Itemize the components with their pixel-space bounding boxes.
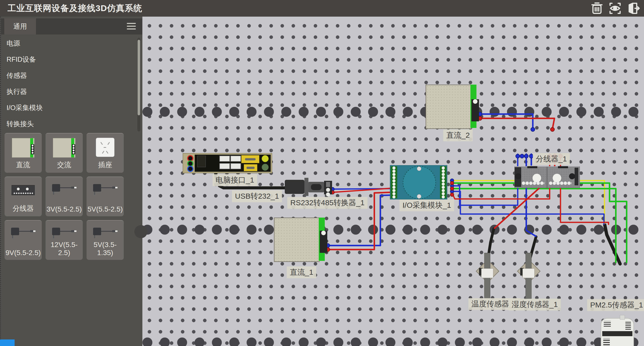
device-label: 湿度传感器_1 [509,299,561,310]
splitter-end-bar [575,168,578,185]
screw [417,194,421,199]
sidebar-item-rfid[interactable]: RFID设备 [1,51,142,67]
title-bar: 工业互联网设备及接线3D仿真系统 [0,0,644,17]
palette-item-splitter[interactable]: 分线器 [5,177,42,216]
adapter-thumbnail [93,228,117,239]
trash-icon [590,2,603,15]
palette-item-5v-small[interactable]: 5V(3.5-1.35) [87,220,124,260]
audio-jack-blue [187,166,193,172]
palette-item-dc[interactable]: 直流 [5,133,42,173]
exit-button[interactable] [626,1,640,16]
sidebar-item-actuators[interactable]: 执行器 [1,84,142,100]
pm25-vents [603,338,610,346]
device-io-module[interactable] [390,165,447,199]
sidebar-item-adapters[interactable]: 转换接头 [1,116,142,132]
palette-item-ac[interactable]: 交流 [46,133,83,173]
device-label: RS232转485转换器_1 [287,197,368,209]
preview-button[interactable] [608,1,622,16]
rs485-terminal [324,181,332,194]
lan-port [197,156,206,167]
device-dc1[interactable] [274,218,328,261]
io-terminal-strip-right [440,166,447,198]
adapter-thumbnail [52,228,76,239]
sidebar-item-sensors[interactable]: 传感器 [1,67,142,84]
pm25-band [602,331,632,336]
pegboard-hole-row [141,224,644,236]
sensor-collar [481,268,493,278]
toolbar [590,1,640,16]
sidebar-item-power[interactable]: 电源 [1,35,142,51]
serial-port [244,164,257,171]
db9-flange [304,178,308,196]
sensor-collar [522,268,535,278]
palette-item-3v[interactable]: 3V(5.5-2.5) [46,177,83,216]
ps2-port-green [262,164,269,171]
delete-button[interactable] [590,1,604,16]
psu-body [274,218,320,262]
splitter-hole [515,173,521,179]
pm25-vents [604,321,611,327]
pm25-cable-nub [620,315,625,320]
splitter-thumbnail [12,185,35,195]
psu-terminal-block [471,99,479,121]
db9-connector [308,182,324,192]
sidebar-collapse-handle[interactable] [134,225,147,238]
ps2-port-yellow [262,155,269,162]
screw [417,166,421,171]
psu-terminal-block [320,231,327,253]
eye-scan-icon [609,2,622,15]
device-splitter[interactable] [514,166,580,188]
menu-scrollbar[interactable] [137,38,140,131]
usb-port [219,163,230,169]
pegboard-hole-row [141,106,644,118]
component-palette: 直流 交流 插座 分线器 3V(5.5-2.5) 5V(5.5-2.5 [5,133,139,260]
bottom-left-indicator [0,339,15,346]
splitter-notch [558,166,568,168]
sidebar-item-io-modules[interactable]: I/O采集模块 [1,100,142,116]
splitter-terminals-left [522,181,544,185]
component-sidebar: 通用 电源 RFID设备 传感器 执行器 I/O采集模块 转换接头 直流 交流 … [0,17,142,346]
psu-body [426,85,471,129]
device-label: USB转232_1 [232,190,282,202]
category-menu: 电源 RFID设备 传感器 执行器 I/O采集模块 转换接头 [1,35,142,132]
io-terminal-strip-left [391,166,397,198]
sidebar-tab-strip: 通用 [1,18,142,34]
adapter-thumbnail [93,184,117,195]
device-label: 直流_2 [443,129,473,141]
usb-port [230,163,241,169]
usb232-housing [285,180,304,194]
palette-item-12v[interactable]: 12V(5.5-2.5) [46,220,83,260]
dc-power-thumbnail [12,138,34,158]
usb-port [230,156,241,162]
device-label: 分线器_1 [533,153,570,165]
menu-icon[interactable] [127,23,136,30]
app-title: 工业互联网设备及接线3D仿真系统 [8,3,142,14]
usb-port [219,156,230,162]
device-pm25-sensor[interactable] [601,318,634,346]
splitter-terminals-right [549,181,572,185]
ac-power-thumbnail [53,138,75,158]
socket-thumbnail [96,138,114,157]
device-temp-sensor[interactable] [477,253,497,299]
device-usb232-rs485[interactable] [285,178,333,196]
palette-item-5v[interactable]: 5V(5.5-2.5) [87,177,124,216]
audio-jacks [185,155,194,171]
exit-door-icon [627,2,640,15]
palette-item-socket[interactable]: 插座 [87,133,124,173]
pegboard-hole-row [141,336,644,346]
adapter-thumbnail [11,228,35,239]
device-humidity-sensor[interactable] [518,253,538,299]
tab-general[interactable]: 通用 [4,18,36,34]
palette-item-9v[interactable]: 9V(5.5-2.5) [5,220,42,260]
device-dc2[interactable] [426,85,479,128]
device-label: I/O采集模块_1 [399,199,454,211]
device-label: PM2.5传感器_1 [587,299,644,311]
adapter-thumbnail [52,184,76,195]
device-pc-interface[interactable] [183,153,272,173]
device-label: 直流_1 [287,266,316,278]
pm25-vents [625,321,631,330]
splitter-hole [569,173,575,179]
vga-port [241,155,259,163]
splitter-notch [527,166,537,168]
menu-scrollbar-thumb[interactable] [138,40,140,115]
